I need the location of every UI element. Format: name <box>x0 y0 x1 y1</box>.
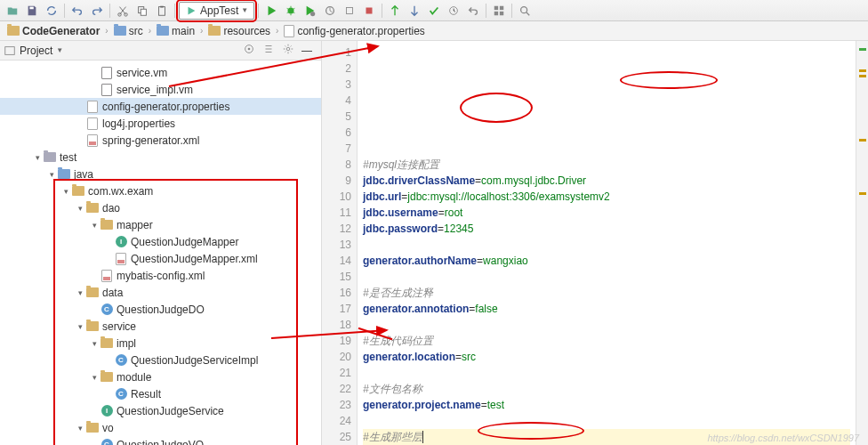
tree-item[interactable]: ▾java <box>0 166 321 182</box>
code-line[interactable]: jdbc.driverClassName=com.mysql.jdbc.Driv… <box>363 173 850 189</box>
search-button[interactable] <box>516 2 534 20</box>
tree-node-icon <box>85 201 100 215</box>
code-line[interactable]: jdbc.username=root <box>363 205 850 221</box>
save-button[interactable] <box>23 2 41 20</box>
tree-node-icon <box>100 218 114 232</box>
tree-item[interactable]: mybatis-config.xml <box>0 267 321 284</box>
tree-node-label: QuestionJudgeMapper.xml <box>131 253 258 265</box>
tree-item[interactable]: ▾test <box>0 149 321 166</box>
structure-button[interactable] <box>490 2 508 20</box>
update-button[interactable] <box>406 2 423 20</box>
project-panel-title: Project <box>20 44 52 57</box>
tree-item[interactable]: ▾mapper <box>0 216 321 233</box>
code-line[interactable]: generator.annotation=false <box>363 301 850 317</box>
history-button[interactable] <box>445 2 462 20</box>
run-button[interactable] <box>262 2 280 20</box>
crumb-0[interactable]: CodeGenerator <box>4 25 103 37</box>
svg-point-8 <box>310 11 315 15</box>
tree-item[interactable]: ▾service <box>0 318 321 335</box>
tree-node-icon <box>100 336 114 351</box>
tree-item[interactable]: ▾data <box>0 284 321 301</box>
annotation-ellipse <box>460 93 533 123</box>
commit-button[interactable] <box>425 2 443 20</box>
tree-item[interactable]: service_impl.vm <box>0 81 321 98</box>
tree-item[interactable]: CQuestionJudgeServiceImpl <box>0 352 321 368</box>
folder-icon <box>208 26 221 36</box>
paste-button[interactable] <box>153 2 171 20</box>
code-line[interactable]: generator.authorName=wangxiao <box>363 253 850 269</box>
code-line[interactable]: #是否生成注释 <box>363 285 850 301</box>
expand-button[interactable] <box>262 43 278 58</box>
svg-rect-5 <box>159 6 165 15</box>
coverage-button[interactable] <box>301 2 319 20</box>
tree-item[interactable]: IQuestionJudgeService <box>0 402 321 419</box>
vcs-button[interactable] <box>386 2 404 20</box>
tree-node-label: spring-generator.xml <box>102 134 199 147</box>
code-line[interactable]: jdbc.password=12345 <box>363 221 850 237</box>
tree-node-label: service <box>102 320 136 333</box>
sync-button[interactable] <box>43 2 60 20</box>
tree-item[interactable]: CQuestionJudgeDO <box>0 301 321 318</box>
profile-button[interactable] <box>321 2 339 20</box>
crumb-4[interactable]: config-generator.properties <box>280 25 428 37</box>
code-line[interactable]: #文件包名称 <box>363 381 850 397</box>
code-line[interactable] <box>363 365 850 381</box>
tree-item[interactable]: IQuestionJudgeMapper <box>0 233 321 250</box>
tree-item[interactable]: spring-generator.xml <box>0 132 321 149</box>
tree-item[interactable]: config-generator.properties <box>0 98 321 115</box>
code-line[interactable]: jdbc.url=jdbc:mysql://localhost:3306/exa… <box>363 189 850 205</box>
code-line[interactable]: generator.project.name=test <box>363 397 850 413</box>
tree-node-icon <box>85 100 100 114</box>
attach-button[interactable] <box>341 2 358 20</box>
tree-node-label: QuestionJudgeServiceImpl <box>131 354 258 367</box>
cut-button[interactable] <box>114 2 132 20</box>
project-tree[interactable]: service.vmservice_impl.vmconfig-generato… <box>0 61 321 445</box>
svg-point-17 <box>521 6 527 12</box>
code-line[interactable] <box>363 269 850 285</box>
tree-node-icon <box>114 252 128 266</box>
tree-item[interactable]: ▾dao <box>0 199 321 216</box>
debug-button[interactable] <box>282 2 300 20</box>
code-line[interactable] <box>363 413 850 429</box>
tree-node-label: log4j.properties <box>102 117 175 130</box>
watermark: https://blog.csdn.net/wxCSDN1997 <box>707 433 859 443</box>
crumb-2[interactable]: main <box>153 25 198 37</box>
crumb-1[interactable]: src <box>110 25 147 37</box>
crumb-3[interactable]: resources <box>205 25 274 37</box>
collapse-all-button[interactable] <box>243 43 259 58</box>
redo-button[interactable] <box>88 2 106 20</box>
tree-item[interactable]: QuestionJudgeMapper.xml <box>0 250 321 267</box>
line-gutter: 1234567891011121314151617181920212223242… <box>322 41 358 445</box>
copy-button[interactable] <box>133 2 151 20</box>
breadcrumbs: CodeGenerator › src › main › resources ›… <box>0 21 868 41</box>
undo-button[interactable] <box>68 2 86 20</box>
code-line[interactable] <box>363 237 850 253</box>
run-configuration-dropdown[interactable]: AppTest ▼ <box>179 2 254 20</box>
tree-node-icon <box>71 184 85 198</box>
tree-item[interactable]: CResult <box>0 385 321 402</box>
code-editor: 1234567891011121314151617181920212223242… <box>322 41 868 445</box>
tree-item[interactable]: ▾vo <box>0 419 321 436</box>
tree-item[interactable]: ▾module <box>0 368 321 385</box>
project-panel: Project ▼ — service.vmservice_impl.vmcon… <box>0 41 322 445</box>
tree-item[interactable]: log4j.properties <box>0 115 321 132</box>
tree-item[interactable]: ▾impl <box>0 335 321 352</box>
tree-item[interactable]: service.vm <box>0 64 321 81</box>
hide-button[interactable]: — <box>301 44 317 57</box>
tree-node-label: module <box>117 371 151 384</box>
stop-button[interactable] <box>360 2 378 20</box>
code-area[interactable]: #mysql连接配置jdbc.driverClassName=com.mysql… <box>358 41 856 445</box>
settings-button[interactable] <box>282 43 298 58</box>
tree-node-icon <box>100 370 114 384</box>
code-line[interactable]: #生成代码位置 <box>363 333 850 349</box>
code-line[interactable]: #mysql连接配置 <box>363 157 850 173</box>
tree-item[interactable]: ▾com.wx.exam <box>0 182 321 199</box>
tree-node-label: QuestionJudgeService <box>117 405 224 417</box>
rollback-button[interactable] <box>464 2 482 20</box>
code-line[interactable]: generator.location=src <box>363 349 850 365</box>
code-line[interactable] <box>363 317 850 333</box>
tree-item[interactable]: CQuestionJudgeVO <box>0 436 321 445</box>
project-panel-header: Project ▼ — <box>0 41 321 61</box>
open-file-button[interactable] <box>4 2 21 20</box>
tree-arrow-icon: ▾ <box>46 170 57 179</box>
